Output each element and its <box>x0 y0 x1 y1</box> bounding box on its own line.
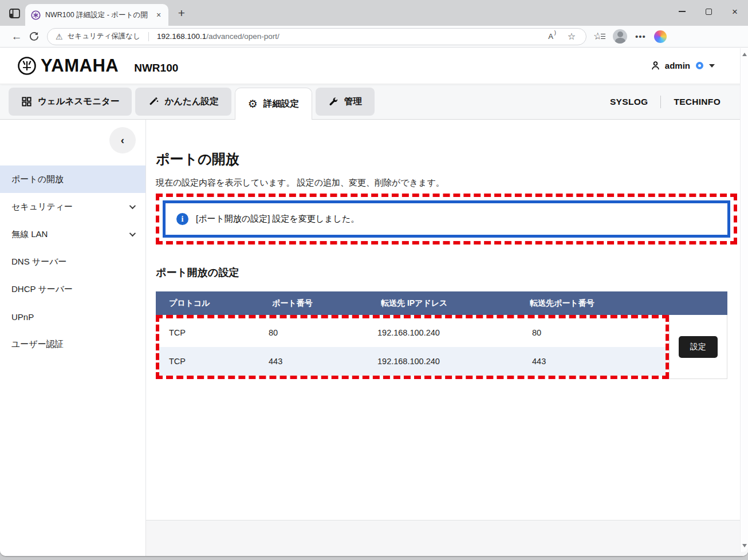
syslog-link[interactable]: SYSLOG <box>610 97 648 107</box>
tab-close-icon[interactable]: × <box>152 9 165 21</box>
section-title: ポート開放の設定 <box>156 266 737 279</box>
brand-name: YAMAHA <box>41 56 119 76</box>
chevron-down-icon <box>709 64 715 68</box>
column-header-protocol: プロトコル <box>156 298 259 309</box>
table-header-row: プロトコル ポート番号 転送先 IPアドレス 転送先ポート番号 <box>156 291 727 315</box>
nav-links-divider <box>660 96 661 108</box>
account-menu[interactable]: admin <box>650 60 715 71</box>
chevron-down-icon <box>129 230 136 236</box>
app-frame: NWR100 詳細設定 - ポートの開放 × + × ← ⚠ セキュリティ保護な… <box>0 0 748 556</box>
settings-button[interactable]: 設定 <box>679 336 718 358</box>
tab-label: 管理 <box>344 96 362 108</box>
sidebar-item-dns-server[interactable]: DNS サーバー <box>0 248 145 275</box>
sidebar-menu: ポートの開放 セキュリティー 無線 LAN DNS サーバー DHCP サー <box>0 165 145 358</box>
browser-toolbar: ← ⚠ セキュリティ保護なし 192.168.100.1 /advanced/o… <box>0 26 748 48</box>
sidebar-item-port-open[interactable]: ポートの開放 <box>0 165 145 193</box>
chevron-down-icon <box>129 203 136 209</box>
tab-advanced-settings[interactable]: ⚙ 詳細設定 <box>235 88 312 120</box>
port-forwarding-table: プロトコル ポート番号 転送先 IPアドレス 転送先ポート番号 TCP 80 1… <box>156 291 727 379</box>
sidebar-item-label: ポートの開放 <box>11 174 64 185</box>
copilot-icon[interactable] <box>654 30 667 43</box>
sidebar-item-label: ユーザー認証 <box>11 339 64 350</box>
yamaha-tuning-fork-icon <box>17 56 37 76</box>
page-scrollbar[interactable] <box>740 48 748 552</box>
read-aloud-icon: A <box>548 32 556 41</box>
content-footer <box>146 520 748 556</box>
sidebar-item-label: セキュリティー <box>11 202 73 212</box>
main-panel: ポートの開放 現在の設定内容を表示しています。 設定の追加、変更、削除ができます… <box>146 120 748 556</box>
cell-dest-port: 443 <box>517 357 666 366</box>
read-aloud-button[interactable]: A <box>544 28 561 45</box>
info-alert: i [ポート開放の設定] 設定を変更しました。 <box>163 200 730 238</box>
address-bar[interactable]: ⚠ セキュリティ保護なし 192.168.100.1 /advanced/ope… <box>47 28 586 45</box>
refresh-icon <box>29 31 39 41</box>
username: admin <box>665 61 690 70</box>
scroll-up-icon[interactable] <box>742 53 747 56</box>
model-name: NWR100 <box>134 62 178 74</box>
content-area: ‹ ポートの開放 セキュリティー 無線 LAN DNS サーバー <box>0 120 748 556</box>
status-ring-icon <box>696 62 703 69</box>
sidebar-item-user-auth[interactable]: ユーザー認証 <box>0 330 145 358</box>
tab-easy-setup[interactable]: かんたん設定 <box>135 88 231 116</box>
back-icon: ← <box>11 31 22 42</box>
sidebar-item-label: 無線 LAN <box>11 229 48 240</box>
refresh-button[interactable] <box>25 28 42 45</box>
cell-protocol: TCP <box>159 357 259 366</box>
close-icon: × <box>732 7 738 17</box>
scroll-down-icon[interactable] <box>742 544 747 547</box>
browser-tab[interactable]: NWR100 詳細設定 - ポートの開放 × <box>25 4 168 26</box>
sidebar-item-wireless-lan[interactable]: 無線 LAN <box>0 220 145 248</box>
tab-wellness-monitor[interactable]: ウェルネスモニター <box>9 88 132 116</box>
favorites-list-button[interactable]: ☆ <box>593 31 605 42</box>
cell-dest-ip: 192.168.100.240 <box>368 328 517 337</box>
maximize-icon <box>706 9 712 15</box>
sidebar-collapse-button[interactable]: ‹ <box>109 127 136 153</box>
column-header-dest-port: 転送先ポート番号 <box>517 298 727 309</box>
sidebar-item-upnp[interactable]: UPnP <box>0 303 145 330</box>
sidebar-item-dhcp-server[interactable]: DHCP サーバー <box>0 275 145 303</box>
workspaces-icon <box>9 9 20 18</box>
sidebar-item-security[interactable]: セキュリティー <box>0 193 145 220</box>
cell-port: 443 <box>259 357 368 366</box>
page-description: 現在の設定内容を表示しています。 設定の追加、変更、削除ができます。 <box>156 178 737 188</box>
minimize-icon <box>679 11 686 12</box>
tab-label: 詳細設定 <box>263 98 299 110</box>
new-tab-button[interactable]: + <box>173 5 190 22</box>
red-dashed-annotation-alert: i [ポート開放の設定] 設定を変更しました。 <box>156 194 737 244</box>
browser-window: NWR100 詳細設定 - ポートの開放 × + × ← ⚠ セキュリティ保護な… <box>0 0 748 560</box>
minimize-button[interactable] <box>669 0 695 23</box>
favorite-button[interactable]: ☆ <box>563 28 580 45</box>
back-button[interactable]: ← <box>8 28 25 45</box>
window-controls: × <box>669 0 748 23</box>
tab-management[interactable]: 管理 <box>316 88 375 116</box>
page-title: ポートの開放 <box>156 150 737 168</box>
star-icon: ☆ <box>568 31 576 42</box>
site-header: YAMAHA NWR100 admin <box>0 48 748 84</box>
sidebar: ‹ ポートの開放 セキュリティー 無線 LAN DNS サーバー <box>0 120 146 556</box>
url-host[interactable]: 192.168.100.1 <box>157 32 206 41</box>
cell-dest-port: 80 <box>517 328 666 337</box>
tab-label: かんたん設定 <box>164 96 218 108</box>
maximize-button[interactable] <box>695 0 722 23</box>
browser-menu-button[interactable]: ••• <box>635 31 646 41</box>
url-path[interactable]: /advanced/open-port/ <box>206 32 279 41</box>
close-window-button[interactable]: × <box>722 0 748 23</box>
techinfo-link[interactable]: TECHINFO <box>674 97 721 107</box>
column-header-dest-ip: 転送先 IPアドレス <box>368 298 517 309</box>
magic-wand-icon <box>148 96 159 107</box>
yamaha-logo: YAMAHA <box>17 56 119 76</box>
sidebar-item-label: DHCP サーバー <box>11 284 73 295</box>
security-label[interactable]: セキュリティ保護なし <box>68 31 140 41</box>
tab-workspaces-button[interactable] <box>5 3 24 23</box>
table-row: TCP 80 192.168.100.240 80 <box>159 318 666 347</box>
toolbar-right: ☆ ••• <box>593 29 667 44</box>
cell-port: 80 <box>259 328 368 337</box>
wrench-icon <box>328 97 338 107</box>
tab-title: NWR100 詳細設定 - ポートの開放 <box>45 10 148 20</box>
browser-profile-avatar[interactable] <box>613 29 627 44</box>
dashboard-grid-icon <box>21 96 32 107</box>
cell-protocol: TCP <box>159 328 259 337</box>
site-favicon-icon <box>31 10 41 20</box>
tab-label: ウェルネスモニター <box>38 96 119 108</box>
favorites-lines-icon <box>600 33 605 40</box>
